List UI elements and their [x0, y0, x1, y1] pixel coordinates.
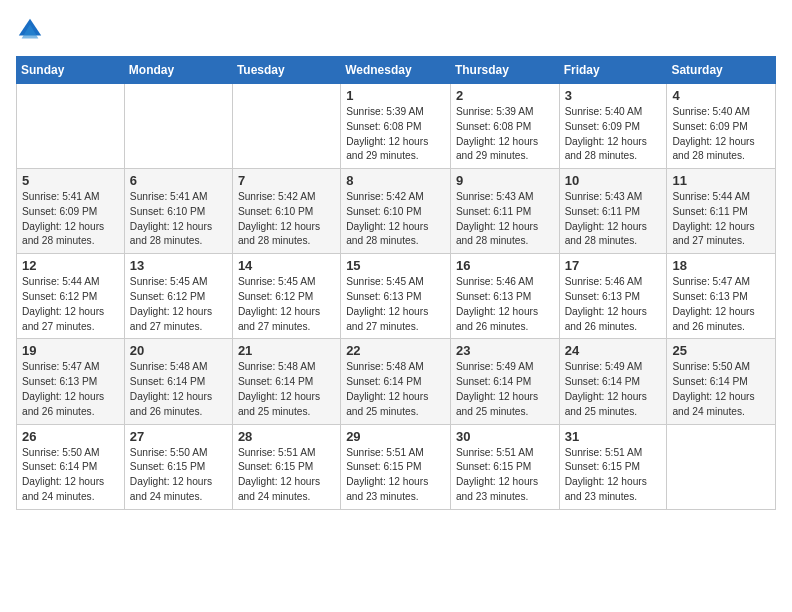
- day-info: Sunrise: 5:47 AM Sunset: 6:13 PM Dayligh…: [672, 275, 770, 334]
- calendar-cell: 18Sunrise: 5:47 AM Sunset: 6:13 PM Dayli…: [667, 254, 776, 339]
- calendar-cell: 4Sunrise: 5:40 AM Sunset: 6:09 PM Daylig…: [667, 84, 776, 169]
- day-info: Sunrise: 5:42 AM Sunset: 6:10 PM Dayligh…: [238, 190, 335, 249]
- calendar-cell: 16Sunrise: 5:46 AM Sunset: 6:13 PM Dayli…: [450, 254, 559, 339]
- column-header-sunday: Sunday: [17, 57, 125, 84]
- day-number: 30: [456, 429, 554, 444]
- day-number: 25: [672, 343, 770, 358]
- calendar-week-row: 1Sunrise: 5:39 AM Sunset: 6:08 PM Daylig…: [17, 84, 776, 169]
- calendar-week-row: 26Sunrise: 5:50 AM Sunset: 6:14 PM Dayli…: [17, 424, 776, 509]
- day-info: Sunrise: 5:44 AM Sunset: 6:12 PM Dayligh…: [22, 275, 119, 334]
- calendar-cell: [232, 84, 340, 169]
- day-info: Sunrise: 5:40 AM Sunset: 6:09 PM Dayligh…: [672, 105, 770, 164]
- calendar-cell: 14Sunrise: 5:45 AM Sunset: 6:12 PM Dayli…: [232, 254, 340, 339]
- day-number: 8: [346, 173, 445, 188]
- day-info: Sunrise: 5:40 AM Sunset: 6:09 PM Dayligh…: [565, 105, 662, 164]
- day-info: Sunrise: 5:47 AM Sunset: 6:13 PM Dayligh…: [22, 360, 119, 419]
- calendar-cell: 24Sunrise: 5:49 AM Sunset: 6:14 PM Dayli…: [559, 339, 667, 424]
- day-number: 3: [565, 88, 662, 103]
- calendar-cell: 26Sunrise: 5:50 AM Sunset: 6:14 PM Dayli…: [17, 424, 125, 509]
- column-header-tuesday: Tuesday: [232, 57, 340, 84]
- day-info: Sunrise: 5:42 AM Sunset: 6:10 PM Dayligh…: [346, 190, 445, 249]
- column-header-saturday: Saturday: [667, 57, 776, 84]
- calendar-cell: 13Sunrise: 5:45 AM Sunset: 6:12 PM Dayli…: [124, 254, 232, 339]
- day-number: 28: [238, 429, 335, 444]
- day-number: 26: [22, 429, 119, 444]
- day-info: Sunrise: 5:41 AM Sunset: 6:10 PM Dayligh…: [130, 190, 227, 249]
- calendar-cell: 12Sunrise: 5:44 AM Sunset: 6:12 PM Dayli…: [17, 254, 125, 339]
- day-number: 4: [672, 88, 770, 103]
- logo-icon: [16, 16, 44, 44]
- day-info: Sunrise: 5:48 AM Sunset: 6:14 PM Dayligh…: [238, 360, 335, 419]
- day-number: 24: [565, 343, 662, 358]
- day-number: 1: [346, 88, 445, 103]
- logo: [16, 16, 48, 44]
- day-number: 10: [565, 173, 662, 188]
- calendar-cell: [17, 84, 125, 169]
- page-header: [16, 16, 776, 44]
- day-info: Sunrise: 5:51 AM Sunset: 6:15 PM Dayligh…: [456, 446, 554, 505]
- day-number: 14: [238, 258, 335, 273]
- column-header-monday: Monday: [124, 57, 232, 84]
- calendar-header-row: SundayMondayTuesdayWednesdayThursdayFrid…: [17, 57, 776, 84]
- day-info: Sunrise: 5:48 AM Sunset: 6:14 PM Dayligh…: [346, 360, 445, 419]
- day-info: Sunrise: 5:44 AM Sunset: 6:11 PM Dayligh…: [672, 190, 770, 249]
- day-number: 18: [672, 258, 770, 273]
- calendar-cell: 31Sunrise: 5:51 AM Sunset: 6:15 PM Dayli…: [559, 424, 667, 509]
- calendar-cell: 27Sunrise: 5:50 AM Sunset: 6:15 PM Dayli…: [124, 424, 232, 509]
- day-number: 31: [565, 429, 662, 444]
- calendar-cell: 23Sunrise: 5:49 AM Sunset: 6:14 PM Dayli…: [450, 339, 559, 424]
- calendar-cell: 25Sunrise: 5:50 AM Sunset: 6:14 PM Dayli…: [667, 339, 776, 424]
- calendar-cell: 7Sunrise: 5:42 AM Sunset: 6:10 PM Daylig…: [232, 169, 340, 254]
- day-number: 6: [130, 173, 227, 188]
- day-info: Sunrise: 5:43 AM Sunset: 6:11 PM Dayligh…: [565, 190, 662, 249]
- calendar-cell: [124, 84, 232, 169]
- calendar-cell: 15Sunrise: 5:45 AM Sunset: 6:13 PM Dayli…: [341, 254, 451, 339]
- day-info: Sunrise: 5:43 AM Sunset: 6:11 PM Dayligh…: [456, 190, 554, 249]
- calendar-cell: 22Sunrise: 5:48 AM Sunset: 6:14 PM Dayli…: [341, 339, 451, 424]
- day-number: 17: [565, 258, 662, 273]
- calendar-cell: 19Sunrise: 5:47 AM Sunset: 6:13 PM Dayli…: [17, 339, 125, 424]
- calendar-cell: 5Sunrise: 5:41 AM Sunset: 6:09 PM Daylig…: [17, 169, 125, 254]
- day-info: Sunrise: 5:45 AM Sunset: 6:12 PM Dayligh…: [238, 275, 335, 334]
- day-info: Sunrise: 5:46 AM Sunset: 6:13 PM Dayligh…: [565, 275, 662, 334]
- day-info: Sunrise: 5:50 AM Sunset: 6:14 PM Dayligh…: [22, 446, 119, 505]
- day-number: 15: [346, 258, 445, 273]
- day-number: 21: [238, 343, 335, 358]
- day-number: 29: [346, 429, 445, 444]
- column-header-friday: Friday: [559, 57, 667, 84]
- day-info: Sunrise: 5:51 AM Sunset: 6:15 PM Dayligh…: [346, 446, 445, 505]
- day-info: Sunrise: 5:50 AM Sunset: 6:14 PM Dayligh…: [672, 360, 770, 419]
- day-info: Sunrise: 5:41 AM Sunset: 6:09 PM Dayligh…: [22, 190, 119, 249]
- day-info: Sunrise: 5:39 AM Sunset: 6:08 PM Dayligh…: [346, 105, 445, 164]
- calendar-cell: 30Sunrise: 5:51 AM Sunset: 6:15 PM Dayli…: [450, 424, 559, 509]
- day-number: 7: [238, 173, 335, 188]
- day-info: Sunrise: 5:45 AM Sunset: 6:13 PM Dayligh…: [346, 275, 445, 334]
- day-number: 23: [456, 343, 554, 358]
- calendar-cell: 8Sunrise: 5:42 AM Sunset: 6:10 PM Daylig…: [341, 169, 451, 254]
- day-info: Sunrise: 5:49 AM Sunset: 6:14 PM Dayligh…: [456, 360, 554, 419]
- day-info: Sunrise: 5:51 AM Sunset: 6:15 PM Dayligh…: [565, 446, 662, 505]
- calendar-cell: 1Sunrise: 5:39 AM Sunset: 6:08 PM Daylig…: [341, 84, 451, 169]
- day-number: 22: [346, 343, 445, 358]
- day-number: 9: [456, 173, 554, 188]
- day-number: 13: [130, 258, 227, 273]
- day-number: 11: [672, 173, 770, 188]
- day-info: Sunrise: 5:45 AM Sunset: 6:12 PM Dayligh…: [130, 275, 227, 334]
- day-number: 12: [22, 258, 119, 273]
- day-info: Sunrise: 5:39 AM Sunset: 6:08 PM Dayligh…: [456, 105, 554, 164]
- calendar-cell: [667, 424, 776, 509]
- calendar-cell: 29Sunrise: 5:51 AM Sunset: 6:15 PM Dayli…: [341, 424, 451, 509]
- column-header-thursday: Thursday: [450, 57, 559, 84]
- calendar-cell: 11Sunrise: 5:44 AM Sunset: 6:11 PM Dayli…: [667, 169, 776, 254]
- calendar-cell: 20Sunrise: 5:48 AM Sunset: 6:14 PM Dayli…: [124, 339, 232, 424]
- day-number: 27: [130, 429, 227, 444]
- calendar-cell: 28Sunrise: 5:51 AM Sunset: 6:15 PM Dayli…: [232, 424, 340, 509]
- day-info: Sunrise: 5:48 AM Sunset: 6:14 PM Dayligh…: [130, 360, 227, 419]
- day-number: 2: [456, 88, 554, 103]
- calendar-cell: 2Sunrise: 5:39 AM Sunset: 6:08 PM Daylig…: [450, 84, 559, 169]
- day-info: Sunrise: 5:49 AM Sunset: 6:14 PM Dayligh…: [565, 360, 662, 419]
- day-number: 19: [22, 343, 119, 358]
- calendar-cell: 3Sunrise: 5:40 AM Sunset: 6:09 PM Daylig…: [559, 84, 667, 169]
- calendar-week-row: 5Sunrise: 5:41 AM Sunset: 6:09 PM Daylig…: [17, 169, 776, 254]
- calendar-table: SundayMondayTuesdayWednesdayThursdayFrid…: [16, 56, 776, 510]
